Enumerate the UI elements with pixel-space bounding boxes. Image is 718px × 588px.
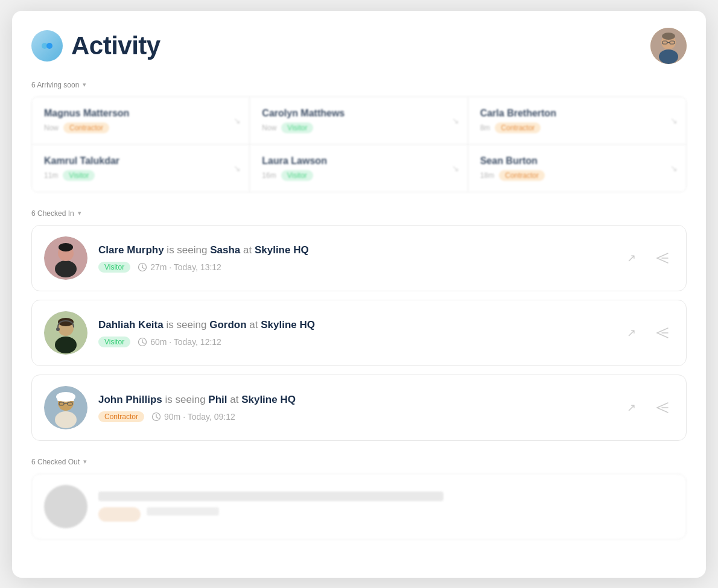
activity-actions-clare: ↗ <box>620 247 674 270</box>
badge-visitor-dahliah: Visitor <box>98 337 130 347</box>
checked-out-preview <box>31 473 687 540</box>
avatar-clare <box>44 236 87 280</box>
send-button-dahliah[interactable] <box>651 321 674 344</box>
arriving-card[interactable]: Carolyn Matthews Now Visitor ↘ <box>250 97 468 145</box>
send-button-clare[interactable] <box>651 247 674 270</box>
activity-time-dahliah: 60m · Today, 12:12 <box>138 337 221 347</box>
checked-out-label[interactable]: 6 Checked Out ▾ <box>31 458 687 466</box>
activity-time-clare: 27m · Today, 13:12 <box>138 262 221 272</box>
activity-title-clare: Clare Murphy is seeing Sasha at Skyline … <box>98 243 609 258</box>
preview-info <box>98 492 674 522</box>
svg-line-15 <box>142 268 144 269</box>
activity-actions-john: ↗ <box>620 396 674 419</box>
activity-title-john: John Phillips is seeing Phil at Skyline … <box>98 393 609 407</box>
arriving-time: 11m <box>44 171 58 180</box>
checked-out-chevron: ▾ <box>83 458 87 466</box>
arriving-arrow-icon: ↘ <box>670 163 678 173</box>
header-left: Activity <box>31 30 160 62</box>
svg-line-27 <box>657 328 668 333</box>
arriving-meta: 18m Contractor <box>480 170 674 181</box>
checked-out-section: 6 Checked Out ▾ <box>31 458 687 540</box>
arriving-time: 16m <box>262 171 276 180</box>
arriving-name: Carolyn Matthews <box>262 108 455 119</box>
arriving-time: 18m <box>480 171 494 180</box>
activity-card-dahliah[interactable]: Dahliah Keita is seeing Gordon at Skylin… <box>31 300 687 366</box>
app-window: Activity 6 Arriving soon ▾ <box>12 11 706 578</box>
svg-line-26 <box>142 343 144 344</box>
arriving-card[interactable]: Kamrul Talukdar 11m Visitor ↘ <box>32 145 250 192</box>
svg-point-5 <box>662 33 675 40</box>
svg-point-1 <box>46 43 52 49</box>
arriving-grid: Magnus Matterson Now Contractor ↘ Caroly… <box>31 96 687 192</box>
badge-visitor-clare: Visitor <box>98 262 130 273</box>
arriving-card[interactable]: Magnus Matterson Now Contractor ↘ <box>32 97 250 145</box>
arriving-name: Sean Burton <box>480 156 674 166</box>
activity-time-john: 90m · Today, 09:12 <box>151 412 235 422</box>
avatar[interactable] <box>650 28 687 64</box>
redirect-button-john[interactable]: ↗ <box>620 396 643 419</box>
arriving-meta: 16m Visitor <box>262 170 455 181</box>
badge-visitor: Visitor <box>281 170 313 181</box>
activity-meta-clare: Visitor 27m · Today, 13:12 <box>98 262 609 273</box>
arriving-arrow-icon: ↘ <box>452 116 459 125</box>
redirect-button-dahliah[interactable]: ↗ <box>620 321 643 344</box>
header: Activity <box>31 28 687 64</box>
arriving-time: Now <box>262 124 276 132</box>
clock-icon <box>138 337 147 347</box>
svg-line-28 <box>657 333 668 338</box>
svg-line-41 <box>657 403 668 408</box>
badge-contractor: Contractor <box>495 122 541 133</box>
arriving-chevron: ▾ <box>83 81 86 89</box>
badge-contractor: Contractor <box>499 170 545 181</box>
preview-avatar <box>44 485 87 528</box>
page-title: Activity <box>71 31 160 60</box>
arriving-arrow-icon: ↘ <box>234 116 241 125</box>
avatar-dahliah <box>44 311 87 355</box>
arriving-name: Kamrul Talukdar <box>44 156 237 166</box>
badge-visitor: Visitor <box>63 170 95 181</box>
activity-title-dahliah: Dahliah Keita is seeing Gordon at Skylin… <box>98 318 609 332</box>
activity-card-clare[interactable]: Clare Murphy is seeing Sasha at Skyline … <box>31 225 687 291</box>
activity-info-john: John Phillips is seeing Phil at Skyline … <box>98 393 609 423</box>
activity-card-john[interactable]: John Phillips is seeing Phil at Skyline … <box>31 375 687 441</box>
arriving-arrow-icon: ↘ <box>670 116 678 125</box>
checked-in-chevron: ▾ <box>78 209 81 217</box>
activity-info-dahliah: Dahliah Keita is seeing Gordon at Skylin… <box>98 318 609 348</box>
badge-contractor: Contractor <box>63 122 109 133</box>
redirect-button-clare[interactable]: ↗ <box>620 247 643 270</box>
send-button-john[interactable] <box>651 396 674 419</box>
preview-sub <box>98 507 674 522</box>
clock-icon <box>151 412 161 422</box>
activity-actions-dahliah: ↗ <box>620 321 674 344</box>
svg-point-10 <box>55 261 77 277</box>
arriving-card[interactable]: Sean Burton 18m Contractor ↘ <box>468 145 686 192</box>
activity-meta-john: Contractor 90m · Today, 09:12 <box>98 411 609 422</box>
arriving-soon-label[interactable]: 6 Arriving soon ▾ <box>31 81 687 89</box>
arriving-time: Now <box>44 124 59 132</box>
arriving-name: Magnus Matterson <box>44 108 237 119</box>
arriving-meta: Now Visitor <box>262 122 455 133</box>
arriving-soon-section: 6 Arriving soon ▾ Magnus Matterson Now C… <box>31 81 687 192</box>
preview-time-bar <box>147 507 219 516</box>
avatar-john <box>44 386 87 429</box>
arriving-meta: Now Contractor <box>44 122 237 133</box>
arriving-card[interactable]: Carla Bretherton 8m Contractor ↘ <box>468 97 686 145</box>
checked-in-label[interactable]: 6 Checked In ▾ <box>31 209 687 218</box>
svg-point-23 <box>56 327 60 331</box>
svg-point-20 <box>55 337 77 353</box>
preview-text <box>98 492 443 501</box>
preview-badge <box>98 507 141 522</box>
arriving-name: Laura Lawson <box>262 156 455 166</box>
activity-meta-dahliah: Visitor 60m · Today, 12:12 <box>98 337 609 347</box>
svg-rect-34 <box>57 398 74 401</box>
clock-icon <box>138 262 147 272</box>
arriving-card[interactable]: Laura Lawson 16m Visitor ↘ <box>250 145 468 192</box>
activity-info-clare: Clare Murphy is seeing Sasha at Skyline … <box>98 243 609 273</box>
svg-point-12 <box>59 243 73 251</box>
badge-contractor-john: Contractor <box>98 411 144 422</box>
svg-line-16 <box>657 253 668 258</box>
arriving-meta: 8m Contractor <box>480 122 674 133</box>
svg-point-31 <box>55 411 77 428</box>
arriving-arrow-icon: ↘ <box>234 163 241 173</box>
checked-in-section: 6 Checked In ▾ Clare Murphy is seeing Sa… <box>31 209 687 441</box>
